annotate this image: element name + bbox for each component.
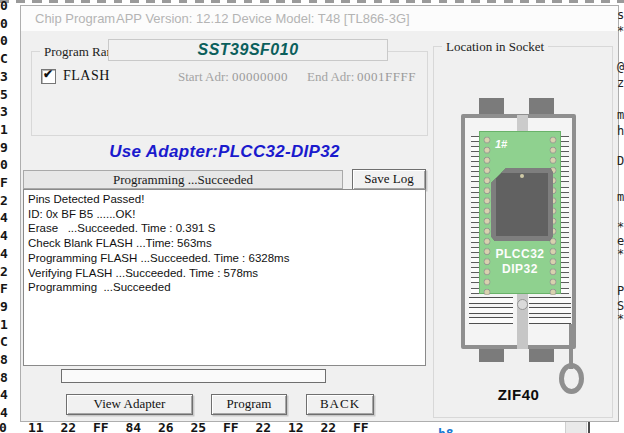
background-ascii-char: m bbox=[617, 108, 624, 122]
checkmark-icon: ✔ bbox=[43, 67, 53, 81]
dialog-title: Chip Program bbox=[35, 11, 115, 26]
log-line: Pins Detected Passed! bbox=[28, 192, 425, 207]
adapter-board-label-1: PLCC32 bbox=[479, 247, 561, 261]
socket-tab-top-right bbox=[529, 98, 554, 115]
adapter-pin-stubs-left bbox=[471, 136, 479, 296]
status-progress-bar: Programming ...Succeeded bbox=[23, 170, 343, 189]
background-hex-byte: FF bbox=[223, 420, 239, 433]
flash-label: FLASH bbox=[63, 68, 110, 84]
background-hex-column-left: 0 0 0 C 3 5 3 1 9 0 F 2 4 4 4 2 F 9 1 C … bbox=[0, 0, 12, 422]
adapter-notice: Use Adapter:PLCC32-DIP32 bbox=[23, 142, 426, 162]
background-hex-byte: 12 bbox=[288, 420, 304, 433]
background-ascii-char: S bbox=[617, 299, 624, 313]
background-ascii-char: m bbox=[617, 190, 624, 204]
socket-name-label: ZIF40 bbox=[461, 386, 576, 403]
background-ascii-char: e bbox=[617, 234, 624, 248]
background-blue-fragment: h8 bbox=[438, 426, 454, 433]
background-ascii-char: s bbox=[617, 8, 624, 22]
background-hex-byte: 22 bbox=[321, 420, 337, 433]
dialog-titlebar[interactable]: Chip Program APP Version: 12.12 Device M… bbox=[21, 6, 618, 31]
background-ascii-char: * bbox=[617, 247, 624, 261]
background-hex-byte: 11 bbox=[28, 420, 44, 433]
location-in-socket-label: Location in Socket bbox=[442, 39, 548, 55]
background-scrollbar-fragment bbox=[565, 421, 587, 433]
background-ascii-char: P bbox=[617, 284, 624, 298]
background-hex-row-clipped bbox=[0, 0, 624, 3]
save-log-button[interactable]: Save Log bbox=[352, 169, 426, 190]
start-adr-value: 00000000 bbox=[232, 69, 288, 85]
chip-name-banner: SST39SF010 bbox=[108, 39, 388, 61]
back-button[interactable]: BACK bbox=[306, 394, 374, 415]
background-ascii-char: * bbox=[617, 312, 624, 326]
adapter-board-label-2: DIP32 bbox=[479, 262, 561, 276]
program-button[interactable]: Program bbox=[211, 394, 287, 415]
background-ascii-char: * bbox=[617, 24, 624, 38]
background-hex-byte: 26 bbox=[158, 420, 174, 433]
background-ascii-char: @ bbox=[617, 60, 624, 74]
background-ascii-char: D bbox=[617, 154, 624, 168]
log-line: Programming ...Succeeded bbox=[28, 280, 425, 295]
adapter-pin-stubs-right bbox=[561, 136, 569, 296]
background-hex-byte: 0 bbox=[0, 420, 7, 433]
socket-pin-slots-right bbox=[529, 297, 571, 327]
adapter-board-tag: 1# bbox=[495, 138, 507, 150]
flash-checkbox[interactable]: ✔ bbox=[41, 69, 56, 84]
background-hex-byte: 22 bbox=[256, 420, 272, 433]
background-hex-byte: 25 bbox=[191, 420, 207, 433]
log-line: Check Blank FLASH ...Time: 563ms bbox=[28, 236, 425, 251]
background-hex-byte: 22 bbox=[61, 420, 77, 433]
background-hex-byte: FF bbox=[93, 420, 109, 433]
end-adr-value: 0001FFFF bbox=[357, 69, 416, 85]
background-hex-byte: FF bbox=[353, 420, 369, 433]
log-line: Verifying FLASH ...Succeeded. Time : 578… bbox=[28, 266, 425, 281]
chip-program-dialog: Chip Program APP Version: 12.12 Device M… bbox=[20, 5, 619, 422]
log-line: Erase ...Succeeded. Time : 0.391 S bbox=[28, 221, 425, 236]
log-line: ID: 0x BF B5 ......OK! bbox=[28, 207, 425, 222]
socket-center-screw bbox=[517, 299, 528, 310]
start-adr-label: Start Adr: bbox=[178, 69, 229, 85]
background-ascii-char: z bbox=[617, 76, 624, 90]
plcc-chip bbox=[491, 168, 553, 241]
plcc-chip-pin1-dot bbox=[520, 174, 524, 178]
background-ascii-char: h bbox=[617, 124, 624, 138]
socket-tab-top-left bbox=[479, 98, 504, 115]
log-output: Pins Detected Passed!ID: 0x BF B5 ......… bbox=[23, 189, 426, 366]
chip-name-text: SST39SF010 bbox=[197, 41, 298, 58]
socket-pin-slots-left bbox=[469, 297, 513, 327]
background-hex-byte: 84 bbox=[126, 420, 142, 433]
log-line: Programming FLASH ...Succeeded. Time : 6… bbox=[28, 251, 425, 266]
program-range-group: Program Range bbox=[31, 51, 428, 136]
background-divider-fragment bbox=[588, 421, 590, 433]
dialog-subtitle: APP Version: 12.12 Device Model: T48 [TL… bbox=[116, 11, 410, 26]
screen: { "background": { "left_hex_column": ["0… bbox=[0, 0, 624, 433]
background-ascii-char: * bbox=[617, 220, 624, 234]
view-adapter-button[interactable]: View Adapter bbox=[66, 394, 193, 415]
secondary-progress-bar bbox=[61, 369, 326, 383]
end-adr-label: End Adr: bbox=[307, 69, 354, 85]
